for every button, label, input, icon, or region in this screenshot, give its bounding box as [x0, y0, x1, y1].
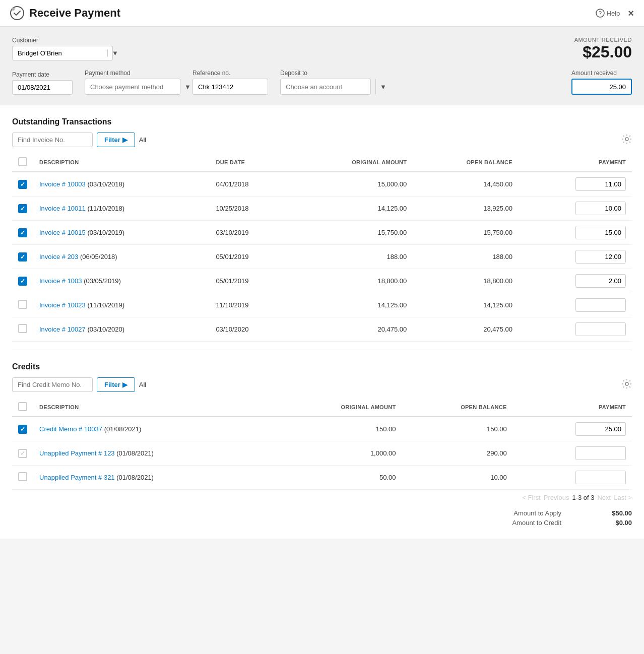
row-checkbox[interactable] [18, 300, 27, 309]
payment-input[interactable] [575, 226, 626, 239]
payment-input[interactable] [575, 322, 626, 336]
payment-input[interactable] [575, 298, 626, 312]
col-checkbox [12, 153, 33, 172]
credits-settings-button[interactable] [622, 379, 632, 390]
row-due-date: 11/10/2019 [210, 293, 291, 317]
row-due-date: 04/01/2018 [210, 172, 291, 197]
payment-method-label: Payment method [85, 70, 180, 77]
payment-method-select[interactable]: ▼ [85, 79, 180, 95]
deposit-select[interactable]: ▼ [280, 79, 371, 95]
customer-field-group: Customer ▼ [12, 37, 113, 60]
help-icon: ? [596, 9, 605, 18]
svg-point-4 [625, 138, 628, 141]
credits-payment-input[interactable] [575, 446, 626, 460]
payment-input[interactable] [575, 274, 626, 288]
credits-row-checkbox[interactable] [18, 425, 27, 434]
credits-col-payment: PAYMENT [513, 398, 632, 417]
help-button[interactable]: ? Help [596, 9, 620, 18]
payment-input[interactable] [575, 177, 626, 191]
credits-col-description: DESCRIPTION [33, 398, 274, 417]
row-payment [519, 293, 632, 317]
credits-select-all-checkbox[interactable] [18, 402, 27, 411]
invoice-link[interactable]: Invoice # 10003 [39, 180, 86, 188]
outstanding-settings-button[interactable] [622, 134, 632, 146]
outstanding-title: Outstanding Transactions [12, 117, 632, 126]
payment-input[interactable] [575, 202, 626, 215]
row-open-balance: 20,475.00 [413, 317, 519, 342]
find-invoice-input[interactable] [12, 133, 93, 147]
payment-method-input[interactable] [85, 80, 180, 94]
credits-payment-input[interactable] [575, 471, 626, 484]
row-checkbox-cell [12, 269, 33, 293]
prev-page-btn[interactable]: Previous [544, 494, 569, 501]
customer-select[interactable]: ▼ [12, 46, 113, 60]
credit-link[interactable]: Unapplied Payment # 123 [39, 449, 115, 457]
invoice-link[interactable]: Invoice # 10011 [39, 205, 86, 212]
row-open-balance: 18,800.00 [413, 269, 519, 293]
credits-filter-label: Filter [104, 381, 120, 388]
amount-received-box: AMOUNT RECEIVED $25.00 [574, 37, 632, 61]
credit-link[interactable]: Unapplied Payment # 321 [39, 474, 115, 481]
row-checkbox-cell [12, 221, 33, 245]
page-title: Receive Payment [29, 7, 120, 20]
row-checkbox[interactable] [18, 228, 27, 237]
credits-row-checkbox-cell [12, 441, 33, 466]
credits-payment-input[interactable] [575, 422, 626, 436]
first-page-btn[interactable]: < First [522, 494, 540, 501]
find-credit-memo-input[interactable] [12, 377, 93, 392]
credits-row-original-amount: 1,000.00 [274, 441, 402, 466]
credits-row-checkbox[interactable] [18, 472, 27, 481]
page-header: Receive Payment ? Help × [0, 0, 644, 27]
credit-date: (01/08/2021) [102, 425, 141, 433]
invoice-date: (03/10/2019) [86, 229, 124, 236]
row-payment [519, 197, 632, 221]
invoice-date: (03/05/2019) [82, 277, 121, 285]
deposit-input[interactable] [281, 80, 375, 94]
credits-filter-button[interactable]: Filter ▶ [97, 377, 135, 392]
credits-row-description: Unapplied Payment # 321 (01/08/2021) [33, 466, 274, 490]
amount-received-input[interactable] [571, 79, 632, 95]
row-checkbox-cell [12, 293, 33, 317]
row-description: Invoice # 203 (06/05/2018) [33, 245, 210, 269]
credit-link[interactable]: Credit Memo # 10037 [39, 425, 102, 433]
invoice-link[interactable]: Invoice # 10023 [39, 301, 86, 309]
col-description: DESCRIPTION [33, 153, 210, 172]
page-info: 1-3 of 3 [572, 494, 594, 501]
last-page-btn[interactable]: Last > [614, 494, 632, 501]
row-checkbox[interactable] [18, 180, 27, 189]
payment-date-label: Payment date [12, 71, 73, 78]
close-button[interactable]: × [628, 8, 634, 19]
credits-row-original-amount: 150.00 [274, 417, 402, 441]
invoice-link[interactable]: Invoice # 203 [39, 253, 78, 260]
amount-to-apply-row: Amount to Apply $50.00 [481, 509, 632, 517]
credits-section: Credits Filter ▶ All DESC [12, 362, 632, 501]
row-checkbox-cell [12, 197, 33, 221]
form-top-row: Customer ▼ AMOUNT RECEIVED $25.00 [12, 37, 632, 61]
invoice-link[interactable]: Invoice # 10015 [39, 229, 86, 236]
credits-row-original-amount: 50.00 [274, 466, 402, 490]
payment-date-input[interactable] [12, 80, 73, 95]
table-row: Invoice # 10023 (11/10/2019) 11/10/2019 … [12, 293, 632, 317]
invoice-link[interactable]: Invoice # 10027 [39, 325, 86, 333]
row-checkbox[interactable] [18, 324, 27, 333]
credits-tbody: Credit Memo # 10037 (01/08/2021) 150.00 … [12, 417, 632, 490]
deposit-arrow[interactable]: ▼ [375, 79, 391, 94]
customer-dropdown-arrow[interactable]: ▼ [107, 49, 122, 57]
payment-input[interactable] [575, 250, 626, 264]
customer-input[interactable] [13, 46, 107, 60]
credits-row-description: Credit Memo # 10037 (01/08/2021) [33, 417, 274, 441]
invoice-link[interactable]: Invoice # 1003 [39, 277, 82, 285]
reference-input[interactable] [192, 79, 268, 95]
credits-row-checkbox[interactable] [18, 449, 27, 458]
outstanding-filter-button[interactable]: Filter ▶ [97, 133, 135, 147]
credits-row-checkbox-cell [12, 466, 33, 490]
row-checkbox[interactable] [18, 204, 27, 213]
next-page-btn[interactable]: Next [597, 494, 611, 501]
select-all-checkbox[interactable] [18, 157, 27, 166]
form-area: Customer ▼ AMOUNT RECEIVED $25.00 Paymen… [0, 27, 644, 105]
help-label: Help [607, 10, 620, 17]
row-checkbox[interactable] [18, 277, 27, 286]
row-original-amount: 14,125.00 [291, 197, 413, 221]
row-open-balance: 13,925.00 [413, 197, 519, 221]
row-checkbox[interactable] [18, 252, 27, 261]
